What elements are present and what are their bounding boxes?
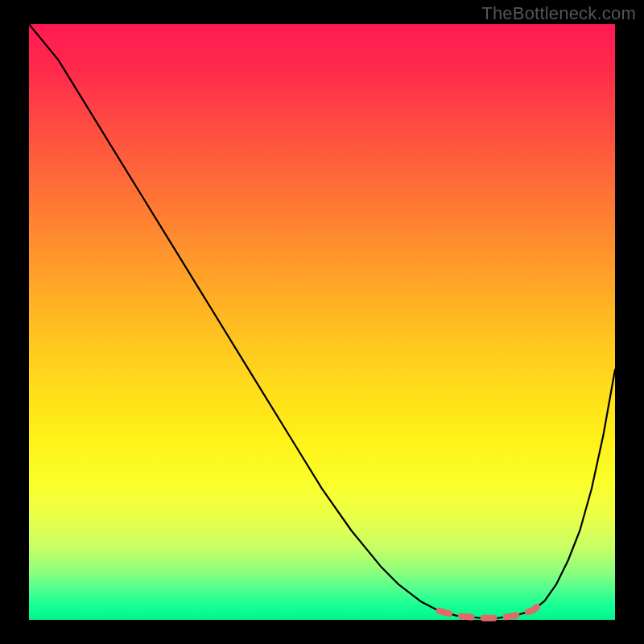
chart-svg [29,24,615,620]
chart-frame: TheBottleneck.com [0,0,644,644]
main-curve [29,24,615,618]
watermark-text: TheBottleneck.com [481,3,636,24]
plot-area [29,24,615,620]
